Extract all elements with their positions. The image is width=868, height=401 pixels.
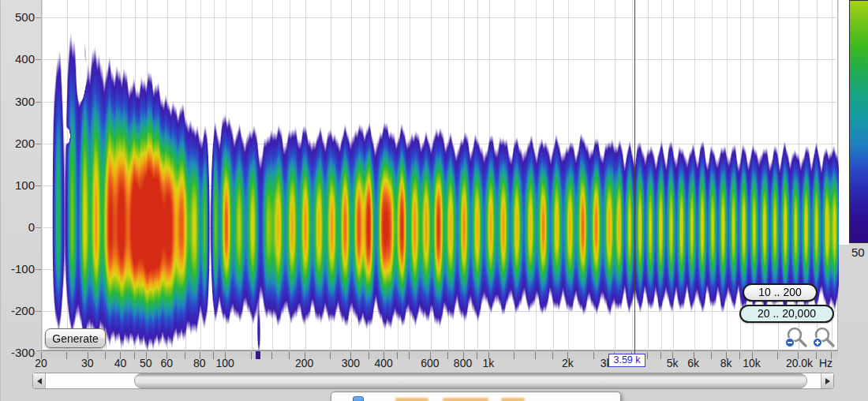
clipped-text: [501, 398, 525, 401]
left-triangle-icon: [37, 378, 42, 384]
x-axis-tick: [514, 352, 514, 359]
horizontal-scrollbar[interactable]: [32, 373, 834, 389]
x-axis-label: 10k: [743, 357, 761, 369]
y-axis-tick: [36, 102, 41, 103]
x-axis-tick: [330, 352, 331, 359]
x-axis-tick: [660, 352, 661, 359]
x-axis-label: 8k: [720, 357, 732, 369]
vertical-range-badge[interactable]: 10 .. 200: [743, 283, 817, 302]
spectrogram-canvas[interactable]: [42, 0, 839, 350]
clipped-text: [395, 398, 428, 401]
y-axis-tick: [36, 186, 41, 186]
x-axis-label: 6k: [687, 357, 699, 369]
x-axis-label: 80: [193, 357, 206, 369]
x-axis-label: 20: [35, 357, 47, 369]
x-axis-tick: [251, 352, 252, 359]
zoom-in-icon[interactable]: [811, 326, 836, 349]
x-axis-tick: [447, 352, 448, 359]
x-axis-label: 40: [114, 357, 127, 369]
y-axis-label: 0: [0, 220, 35, 234]
x-axis-tick: [816, 352, 817, 359]
zoom-out-icon[interactable]: [784, 326, 809, 349]
cursor-frequency-readout[interactable]: 3.59 k: [608, 354, 645, 367]
y-axis-label: 100: [0, 178, 35, 192]
x-axis-label: 1k: [482, 357, 494, 369]
x-axis-tick: [271, 352, 272, 359]
y-axis-label: 500: [0, 10, 35, 24]
spectral-spike-mark: [256, 351, 260, 359]
generate-button[interactable]: Generate: [45, 328, 106, 348]
zoom-controls: [784, 326, 836, 349]
frequency-cursor-line[interactable]: [634, 0, 635, 356]
x-axis-tick: [409, 352, 410, 359]
y-axis-label: -100: [0, 262, 35, 275]
y-axis-tick: [36, 269, 41, 270]
x-axis-tick: [185, 352, 185, 359]
frequency-range-badge[interactable]: 20 .. 20,000: [739, 305, 834, 323]
scrollbar-right-arrow[interactable]: [821, 373, 833, 388]
scrollbar-thumb[interactable]: [134, 373, 807, 388]
y-axis-tick: [36, 227, 41, 228]
x-axis-tick: [593, 352, 594, 359]
clipped-bottom-panel: [331, 392, 621, 401]
clipped-text: [443, 398, 488, 401]
y-axis-tick: [36, 311, 41, 312]
right-triangle-icon: [825, 378, 830, 384]
x-axis-label: 300: [342, 357, 360, 369]
x-axis-label: 800: [454, 357, 472, 369]
x-axis-label: 20.0k: [786, 357, 813, 369]
x-axis-tick: [134, 352, 135, 359]
x-axis-label: 600: [421, 357, 439, 369]
x-axis-label: 60: [160, 357, 173, 369]
x-axis-tick: [213, 352, 214, 359]
x-axis-tick: [777, 352, 778, 359]
y-axis-tick: [36, 144, 41, 144]
x-axis-tick: [739, 352, 740, 359]
y-axis-label: 200: [0, 137, 35, 150]
x-axis-tick: [477, 352, 477, 359]
colorbar-bottom-label: 50: [851, 245, 865, 259]
spectrogram-plot-area[interactable]: [41, 0, 838, 350]
y-axis-label: -300: [0, 346, 35, 359]
y-axis-label: 300: [0, 95, 35, 108]
colorbar-gutter: [839, 0, 849, 245]
x-axis-label: 100: [216, 357, 234, 369]
x-axis-tick: [535, 352, 536, 359]
x-axis-tick: [369, 352, 369, 359]
x-axis-tick: [105, 352, 106, 359]
scrollbar-left-arrow[interactable]: [33, 373, 46, 388]
y-axis-label: -200: [0, 304, 35, 317]
x-axis-tick: [289, 352, 290, 359]
x-axis-tick: [397, 352, 398, 359]
x-axis-tick: [552, 352, 553, 359]
x-axis-label: 50: [140, 357, 152, 369]
x-axis-unit-label: Hz: [819, 357, 832, 369]
x-axis-label: 30: [81, 357, 94, 369]
x-axis-label: 2k: [562, 357, 574, 369]
x-axis-tick: [66, 352, 67, 359]
x-axis-label: 400: [374, 357, 392, 369]
x-axis-tick: [647, 352, 648, 359]
colorbar: [849, 0, 868, 243]
y-axis-tick: [36, 59, 41, 60]
x-axis-label: 5k: [667, 357, 679, 369]
panel-checkbox[interactable]: [353, 396, 364, 401]
y-axis-tick: [36, 17, 41, 18]
x-axis-label: 200: [295, 357, 313, 369]
x-axis-tick: [711, 352, 712, 359]
y-axis-label: 400: [0, 52, 35, 66]
